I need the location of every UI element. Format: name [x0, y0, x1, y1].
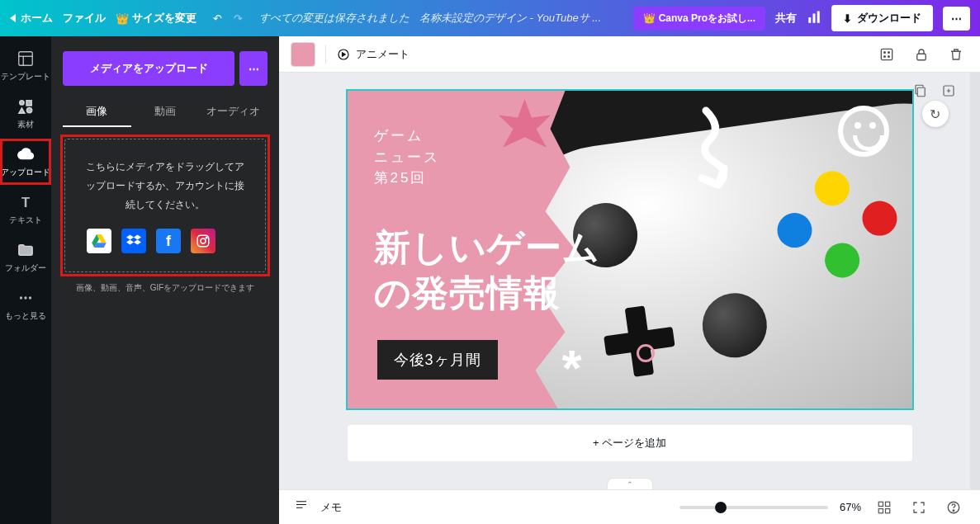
- svg-point-11: [20, 296, 22, 299]
- svg-rect-34: [886, 502, 890, 506]
- tab-audio[interactable]: オーディオ: [199, 97, 267, 127]
- download-icon: ⬇: [843, 12, 852, 25]
- color-picker[interactable]: [291, 42, 315, 67]
- help-icon[interactable]: [942, 496, 965, 519]
- redo-icon[interactable]: ↷: [234, 12, 243, 25]
- svg-point-9: [26, 107, 31, 112]
- svg-point-38: [953, 510, 954, 512]
- svg-marker-18: [134, 235, 141, 240]
- duplicate-page-icon[interactable]: [909, 79, 932, 102]
- svg-rect-2: [817, 11, 820, 22]
- svg-point-12: [24, 296, 26, 299]
- design-title[interactable]: 新しいゲーム の発売情報: [374, 224, 600, 315]
- vertical-scrollbar[interactable]: [970, 73, 980, 489]
- regenerate-icon[interactable]: ↻: [922, 101, 949, 127]
- animate-button[interactable]: アニメート: [336, 47, 410, 62]
- svg-point-26: [884, 51, 886, 53]
- save-status: すべての変更は保存されました: [259, 11, 410, 26]
- svg-rect-3: [19, 52, 33, 66]
- svg-rect-36: [886, 508, 890, 512]
- svg-point-6: [20, 101, 25, 106]
- ring-icon: [637, 344, 655, 362]
- home-button[interactable]: ホーム: [10, 11, 53, 26]
- try-pro-button[interactable]: 👑Canva Proをお試し...: [633, 7, 765, 31]
- svg-rect-33: [878, 502, 883, 506]
- document-title[interactable]: 名称未設定のデザイン - YouTubeサ ...: [419, 11, 601, 26]
- zoom-slider[interactable]: [679, 506, 828, 509]
- notes-button[interactable]: メモ: [320, 500, 342, 515]
- notes-icon[interactable]: [294, 498, 309, 516]
- grid-view-icon[interactable]: [873, 496, 896, 519]
- delete-icon[interactable]: [944, 42, 968, 67]
- svg-rect-35: [878, 508, 883, 512]
- smiley-icon: [838, 106, 889, 157]
- svg-marker-8: [19, 108, 25, 113]
- svg-rect-25: [881, 49, 892, 59]
- file-menu[interactable]: ファイル: [63, 11, 106, 26]
- zoom-value[interactable]: 67%: [840, 501, 861, 513]
- upload-more-button[interactable]: ⋯: [239, 51, 267, 86]
- svg-marker-19: [126, 240, 134, 245]
- svg-marker-17: [126, 235, 134, 240]
- connect-instagram[interactable]: [191, 229, 215, 253]
- connect-facebook[interactable]: f: [156, 229, 181, 253]
- design-badge[interactable]: 今後3ヶ月間: [377, 340, 498, 380]
- sidebar-more[interactable]: もっと見る: [0, 282, 51, 328]
- svg-rect-0: [808, 17, 811, 23]
- lock-icon[interactable]: [909, 42, 934, 67]
- share-button[interactable]: 共有: [775, 11, 797, 26]
- upload-dropzone[interactable]: こちらにメディアをドラッグしてアップロードするか、アカウントに接続してください。…: [64, 139, 266, 272]
- resize-button[interactable]: 👑サイズを変更: [116, 11, 196, 26]
- svg-rect-7: [26, 101, 31, 106]
- add-page-icon[interactable]: [937, 79, 960, 102]
- animate-icon: [336, 47, 351, 62]
- sidebar-elements[interactable]: 素材: [0, 91, 51, 137]
- asterisk-icon: *: [562, 338, 582, 397]
- analytics-icon[interactable]: [807, 10, 821, 27]
- crown-icon: 👑: [116, 12, 129, 25]
- add-page-button[interactable]: + ページを追加: [348, 425, 912, 461]
- sidebar-templates[interactable]: テンプレート: [0, 43, 51, 89]
- upload-media-button[interactable]: メディアをアップロード: [63, 51, 234, 86]
- connect-dropbox[interactable]: [121, 229, 146, 253]
- download-button[interactable]: ⬇ダウンロード: [831, 5, 933, 31]
- svg-rect-30: [917, 54, 926, 60]
- sidebar-folder[interactable]: フォルダー: [0, 234, 51, 281]
- design-subtitle[interactable]: ゲーム ニュース 第25回: [374, 125, 440, 189]
- fullscreen-icon[interactable]: [907, 496, 930, 519]
- page-drawer-handle[interactable]: ⌃: [607, 478, 653, 489]
- svg-rect-31: [917, 87, 925, 97]
- upload-hint: 画像、動画、音声、GIFをアップロードできます: [63, 282, 267, 294]
- svg-point-29: [888, 55, 890, 57]
- svg-point-28: [884, 55, 886, 57]
- sidebar-upload[interactable]: アップロード: [0, 139, 51, 185]
- svg-point-22: [201, 238, 206, 243]
- dropzone-text: こちらにメディアをドラッグしてアップロードするか、アカウントに接続してください。: [82, 158, 249, 214]
- svg-text:T: T: [21, 195, 30, 210]
- svg-point-27: [888, 51, 890, 53]
- undo-icon[interactable]: ↶: [213, 12, 222, 25]
- transparency-icon[interactable]: [874, 42, 899, 67]
- squiggle-arrow-icon: [689, 102, 797, 201]
- svg-rect-1: [813, 13, 816, 22]
- svg-marker-20: [134, 240, 141, 245]
- sidebar-text[interactable]: T テキスト: [0, 186, 51, 233]
- tab-image[interactable]: 画像: [63, 97, 131, 127]
- design-canvas[interactable]: * ゲーム ニュース 第25回 新しいゲーム の発売情報 今後3ヶ月間: [348, 91, 912, 408]
- connect-gdrive[interactable]: [87, 229, 111, 253]
- svg-point-23: [206, 238, 207, 239]
- tab-video[interactable]: 動画: [131, 97, 200, 127]
- more-menu-button[interactable]: ⋯: [943, 7, 970, 31]
- svg-point-13: [29, 296, 31, 299]
